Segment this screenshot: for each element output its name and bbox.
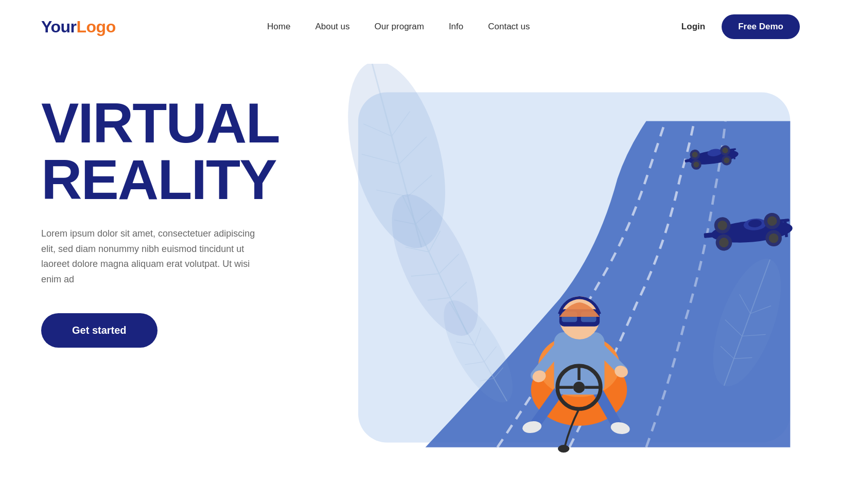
nav-info[interactable]: Info <box>449 22 463 32</box>
logo-logo: Logo <box>77 17 116 36</box>
get-started-button[interactable]: Get started <box>41 313 157 348</box>
hero-title-line1: VIRTUAL <box>41 91 279 154</box>
nav-contact-us[interactable]: Contact us <box>488 22 530 32</box>
hero-illustration <box>329 64 800 485</box>
main-nav: Home About us Our program Info Contact u… <box>267 22 530 32</box>
logo: YourLogo <box>41 17 116 37</box>
hero-title-line2: REALITY <box>41 148 276 211</box>
hero-description: Lorem ipsum dolor sit amet, consectetuer… <box>41 226 257 287</box>
nav-home[interactable]: Home <box>267 22 290 32</box>
main-content: VIRTUAL REALITY Lorem ipsum dolor sit am… <box>0 53 841 485</box>
hero-text: VIRTUAL REALITY Lorem ipsum dolor sit am… <box>41 64 309 348</box>
svg-point-72 <box>573 382 585 393</box>
hero-title: VIRTUAL REALITY <box>41 95 309 208</box>
login-button[interactable]: Login <box>681 22 705 32</box>
header-actions: Login Free Demo <box>681 14 800 39</box>
free-demo-button[interactable]: Free Demo <box>722 14 800 39</box>
nav-about-us[interactable]: About us <box>315 22 349 32</box>
logo-your: Your <box>41 17 77 36</box>
illustration-svg <box>329 64 800 485</box>
svg-point-76 <box>558 445 569 453</box>
nav-our-program[interactable]: Our program <box>375 22 424 32</box>
